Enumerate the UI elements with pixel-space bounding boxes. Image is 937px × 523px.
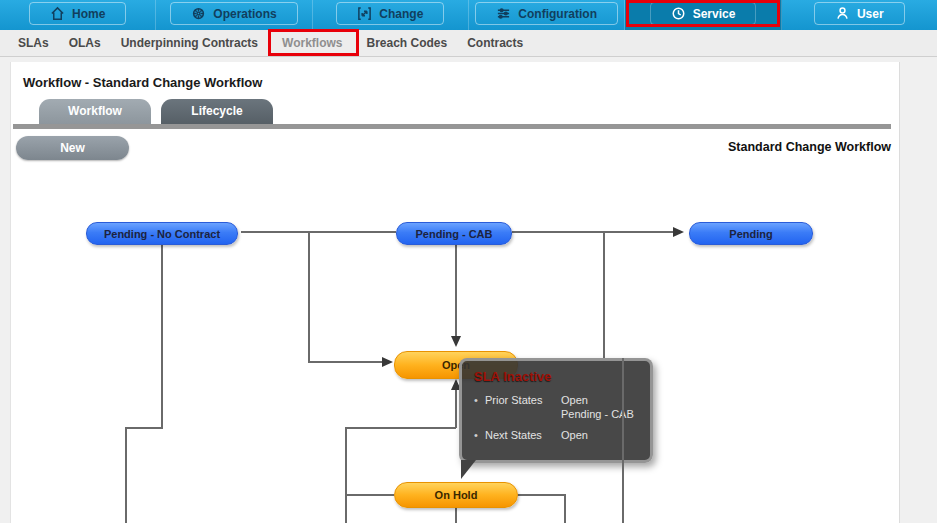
arrowhead bbox=[673, 227, 684, 237]
connector-line bbox=[345, 427, 347, 523]
tooltip-values: Open bbox=[561, 428, 588, 442]
arrowhead bbox=[382, 357, 393, 367]
arrowhead bbox=[451, 336, 461, 347]
connector-line bbox=[455, 508, 457, 523]
tooltip-value: Open bbox=[561, 428, 588, 442]
toolbar: New Standard Change Workflow bbox=[11, 129, 899, 165]
connector-line bbox=[125, 427, 127, 523]
tooltip-tail bbox=[461, 460, 476, 479]
page-title: Workflow - Standard Change Workflow bbox=[11, 62, 899, 99]
subnav-item-slas[interactable]: SLAs bbox=[8, 36, 59, 50]
connector-line bbox=[455, 245, 457, 337]
subnav-item-breach-codes[interactable]: Breach Codes bbox=[357, 36, 458, 50]
workflow-node-pending-no-contract[interactable]: Pending - No Contract bbox=[86, 222, 238, 245]
connector-line bbox=[518, 494, 566, 496]
change-icon bbox=[357, 6, 372, 21]
subnav-label: Workflows bbox=[282, 36, 342, 50]
subnav-item-underpinning-contracts[interactable]: Underpinning Contracts bbox=[111, 36, 268, 50]
workflow-node-on-hold[interactable]: On Hold bbox=[394, 482, 518, 508]
user-icon bbox=[835, 6, 850, 21]
nav-label: Change bbox=[379, 7, 423, 21]
connector-line bbox=[308, 231, 310, 363]
connector-line bbox=[564, 494, 566, 523]
tooltip-label: Prior States bbox=[485, 393, 561, 421]
connector-line bbox=[622, 358, 624, 523]
connector-line bbox=[512, 231, 673, 233]
bullet-icon: • bbox=[474, 428, 485, 442]
connector-line bbox=[345, 427, 456, 429]
workflow-node-pending-cab[interactable]: Pending - CAB bbox=[396, 222, 512, 245]
nav-label: Operations bbox=[213, 7, 276, 21]
nav-label: Home bbox=[72, 7, 105, 21]
nav-item-home[interactable]: Home bbox=[0, 0, 156, 30]
workflow-name-label: Standard Change Workflow bbox=[728, 140, 891, 154]
new-button[interactable]: New bbox=[16, 136, 129, 160]
nav-item-service[interactable]: Service bbox=[625, 0, 781, 30]
connector-line bbox=[161, 245, 163, 429]
tab-lifecycle[interactable]: Lifecycle bbox=[161, 99, 273, 124]
top-navigation: Home Operations Change Configuration bbox=[0, 0, 937, 30]
tooltip-label: Next States bbox=[485, 428, 561, 442]
service-sub-navigation: SLAs OLAs Underpinning Contracts Workflo… bbox=[0, 30, 937, 57]
home-icon bbox=[50, 6, 65, 21]
subnav-item-workflows[interactable]: Workflows bbox=[268, 36, 356, 50]
tooltip-title: SLA Inactive bbox=[474, 369, 640, 384]
tab-bar: Workflow Lifecycle bbox=[39, 99, 899, 124]
connector-line bbox=[345, 494, 394, 496]
tooltip-row-next-states: • Next States Open bbox=[474, 428, 640, 442]
nav-label: Configuration bbox=[518, 7, 597, 21]
connector-line bbox=[308, 361, 383, 363]
nav-item-user[interactable]: User bbox=[782, 0, 937, 30]
nav-label: Service bbox=[693, 7, 736, 21]
connector-line bbox=[125, 427, 163, 429]
connector-line bbox=[603, 231, 605, 358]
subnav-item-contracts[interactable]: Contracts bbox=[457, 36, 533, 50]
service-icon bbox=[671, 6, 686, 21]
nav-item-configuration[interactable]: Configuration bbox=[469, 0, 625, 30]
subnav-item-olas[interactable]: OLAs bbox=[59, 36, 111, 50]
tab-workflow[interactable]: Workflow bbox=[39, 99, 151, 124]
connector-line bbox=[241, 231, 396, 233]
connector-line bbox=[455, 390, 457, 428]
nav-item-change[interactable]: Change bbox=[313, 0, 469, 30]
operations-icon bbox=[191, 6, 206, 21]
nav-label: User bbox=[857, 7, 884, 21]
nav-item-operations[interactable]: Operations bbox=[156, 0, 312, 30]
workflow-canvas[interactable]: Pending - No Contract Pending - CAB Pend… bbox=[11, 165, 899, 523]
bullet-icon: • bbox=[474, 393, 485, 421]
configuration-icon bbox=[496, 6, 511, 21]
workflow-node-pending[interactable]: Pending bbox=[689, 222, 813, 245]
tooltip-row-prior-states: • Prior States Open Pending - CAB bbox=[474, 393, 640, 421]
content-panel: Workflow - Standard Change Workflow Work… bbox=[10, 62, 900, 523]
